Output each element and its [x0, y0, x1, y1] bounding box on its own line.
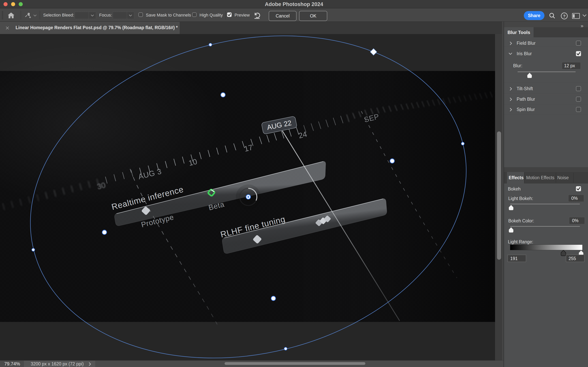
svg-text:?: ?: [563, 14, 566, 18]
